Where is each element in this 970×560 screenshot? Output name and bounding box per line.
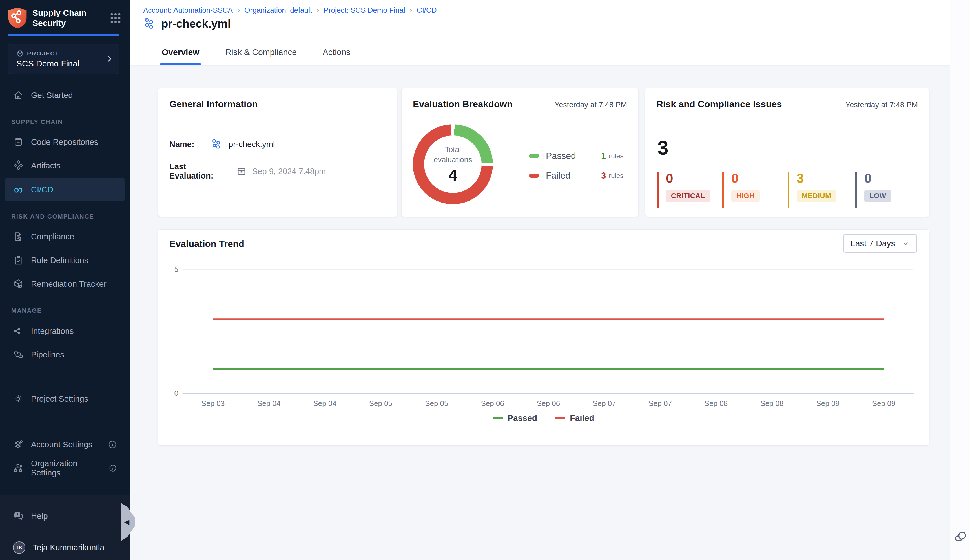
legend-passed-label: Passed	[508, 413, 537, 423]
breadcrumb-separator: ›	[410, 6, 412, 15]
sidebar-item-organization-settings[interactable]: Organization Settings	[5, 456, 125, 480]
failed-line-swatch	[555, 417, 565, 419]
infinity-icon: ∞	[13, 184, 24, 195]
breadcrumb-project[interactable]: Project: SCS Demo Final	[324, 6, 405, 15]
info-circle-icon[interactable]	[108, 440, 117, 449]
sidebar-section-supply-chain: SUPPLY CHAIN	[11, 118, 63, 126]
severity-critical: 0 CRITICAL	[657, 172, 722, 208]
sidebar-item-rule-definitions[interactable]: Rule Definitions	[5, 248, 125, 272]
tab-risk-compliance[interactable]: Risk & Compliance	[225, 40, 297, 65]
sidebar-item-label: Artifacts	[31, 161, 60, 170]
failed-count: 3	[601, 171, 606, 181]
share-nodes-icon	[13, 326, 24, 336]
x-axis-label: Sep 05	[369, 399, 392, 408]
diamonds-icon	[13, 160, 24, 171]
sidebar-section-manage: MANAGE	[11, 307, 42, 314]
sidebar-item-artifacts[interactable]: Artifacts	[5, 154, 125, 177]
x-axis-label: Sep 03	[202, 399, 225, 408]
sidebar-item-code-repositories[interactable]: </> Code Repositories	[5, 130, 125, 154]
legend-failed[interactable]: Failed	[555, 413, 594, 423]
sidebar-user[interactable]: TK Teja Kummarikuntla	[5, 536, 125, 560]
avatar-initials: TK	[15, 545, 23, 551]
breadcrumb: Account: Automation-SSCA › Organization:…	[143, 6, 437, 15]
right-rail	[950, 0, 970, 560]
risk-compliance-card: Risk and Compliance Issues Yesterday at …	[645, 88, 930, 217]
pipeline-icon	[143, 17, 157, 30]
x-axis-label: Sep 08	[705, 399, 728, 408]
brand-accent-bar	[8, 34, 120, 36]
donut-total-value: 4	[448, 166, 457, 184]
severity-bar	[788, 172, 790, 208]
sidebar-item-cicd[interactable]: ∞ CI/CD	[5, 178, 125, 202]
sidebar-item-help[interactable]: ? Help	[5, 504, 125, 528]
sidebar-item-label: Account Settings	[31, 440, 92, 449]
general-information-card: General Information Name: pr-check.yml L…	[158, 88, 397, 217]
sidebar-section-risk: RISK AND COMPLIANCE	[11, 213, 94, 220]
y-axis-tick-max: 5	[163, 265, 179, 274]
severity-low: 0 LOW	[855, 172, 892, 208]
sidebar-item-label: CI/CD	[31, 185, 53, 194]
sidebar-item-remediation-tracker[interactable]: Remediation Tracker	[5, 272, 125, 296]
passed-count: 1	[601, 151, 606, 161]
breadcrumb-separator: ›	[317, 6, 319, 15]
y-axis-tick-min: 0	[163, 389, 179, 398]
clipboard-check-icon	[13, 255, 24, 266]
sidebar-item-pipelines[interactable]: Pipelines	[5, 343, 125, 367]
cube-icon	[16, 50, 24, 57]
sidebar-item-account-settings[interactable]: Account Settings	[5, 433, 125, 456]
name-value: pr-check.yml	[229, 140, 275, 149]
critical-badge: CRITICAL	[666, 190, 710, 202]
breadcrumb-cicd[interactable]: CI/CD	[417, 6, 437, 15]
svg-text:?: ?	[16, 513, 18, 517]
passed-swatch	[529, 154, 539, 158]
sidebar-item-get-started[interactable]: Get Started	[5, 83, 125, 107]
collapse-arrow-icon: ◀	[124, 518, 129, 526]
project-label: PROJECT	[27, 50, 60, 57]
breadcrumb-separator: ›	[237, 6, 240, 15]
sidebar-item-label: Code Repositories	[31, 137, 99, 147]
low-count: 0	[864, 172, 892, 185]
tab-bar: Overview Risk & Compliance Actions	[130, 40, 950, 65]
page-title: pr-check.yml	[161, 17, 231, 30]
severity-medium: 3 MEDIUM	[788, 172, 855, 208]
app-root: Supply Chain Security PROJECT SCS Demo F…	[0, 0, 970, 560]
sidebar-item-label: Pipelines	[31, 350, 64, 360]
severity-bar	[855, 172, 857, 208]
breadcrumb-organization[interactable]: Organization: default	[244, 6, 312, 15]
pipeline-icon	[211, 138, 223, 150]
legend-passed[interactable]: Passed	[493, 413, 537, 423]
chat-question-icon: ?	[13, 511, 24, 522]
last-evaluation-value: Sep 9, 2024 7:48pm	[252, 167, 326, 176]
document-search-icon	[13, 231, 24, 242]
home-icon	[13, 90, 24, 100]
apps-grid-icon[interactable]	[109, 12, 122, 25]
breadcrumb-account[interactable]: Account: Automation-SSCA	[143, 6, 233, 15]
card-timestamp: Yesterday at 7:48 PM	[845, 100, 918, 109]
x-axis-label: Sep 06	[481, 399, 504, 408]
passed-label: Passed	[546, 151, 601, 161]
name-label: Name:	[169, 140, 205, 149]
sidebar-item-project-settings[interactable]: Project Settings	[5, 387, 125, 411]
time-range-select[interactable]: Last 7 Days	[843, 234, 917, 253]
project-selector[interactable]: PROJECT SCS Demo Final	[8, 44, 120, 74]
evaluation-breakdown-card: Evaluation Breakdown Yesterday at 7:48 P…	[401, 88, 639, 217]
chevron-down-icon	[902, 240, 910, 247]
sidebar-item-label: Integrations	[31, 327, 74, 336]
passed-unit: rules	[609, 152, 623, 160]
tab-overview[interactable]: Overview	[162, 40, 199, 65]
time-range-value: Last 7 Days	[850, 238, 895, 248]
legend-failed-label: Failed	[570, 413, 594, 423]
gear-icon	[13, 393, 24, 404]
info-circle-icon[interactable]	[109, 463, 117, 473]
sidebar-item-integrations[interactable]: Integrations	[5, 319, 125, 343]
x-axis-label: Sep 05	[425, 399, 448, 408]
passed-line-swatch	[493, 417, 503, 419]
sidebar: Supply Chain Security PROJECT SCS Demo F…	[0, 0, 130, 560]
product-title: Supply Chain Security	[32, 8, 93, 28]
repository-icon: </>	[13, 137, 24, 147]
sidebar-item-compliance[interactable]: Compliance	[5, 225, 125, 248]
tab-actions[interactable]: Actions	[323, 40, 350, 65]
card-title: General Information	[169, 99, 258, 110]
chat-bubbles-icon[interactable]	[953, 529, 968, 544]
product-logo-row: Supply Chain Security	[8, 6, 122, 30]
